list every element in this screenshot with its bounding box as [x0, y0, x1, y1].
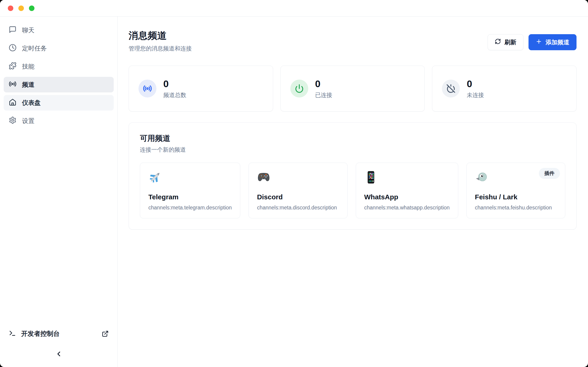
sidebar-item-settings[interactable]: 设置: [4, 113, 114, 129]
stats-row: 0 频道总数 0 已连接: [129, 66, 577, 111]
refresh-icon: [495, 38, 501, 46]
terminal-icon: [9, 330, 16, 338]
page-subtitle: 管理您的消息频道和连接: [129, 45, 192, 52]
available-channels-panel: 可用频道 连接一个新的频道: [129, 123, 577, 230]
channel-description: channels:meta.whatsapp.description: [364, 205, 450, 211]
channel-card-discord[interactable]: Discord channels:meta.discord.descriptio…: [249, 163, 347, 218]
power-icon: [290, 80, 308, 98]
collapse-sidebar-button[interactable]: [55, 350, 63, 359]
channel-description: channels:meta.telegram.description: [148, 205, 232, 211]
sidebar-item-label: 定时任务: [22, 44, 47, 52]
home-icon: [9, 98, 17, 108]
app-window: 聊天 定时任务 技能 频道: [0, 0, 588, 367]
add-channel-button-label: 添加频道: [545, 38, 569, 46]
channel-card-whatsapp[interactable]: WhatsApp channels:meta.whatsapp.descript…: [356, 163, 458, 218]
radio-icon: [9, 80, 17, 90]
sidebar-item-dashboard[interactable]: 仪表盘: [4, 95, 114, 110]
developer-console-label: 开发者控制台: [21, 329, 60, 338]
stat-card-disconnected: 0 未连接: [432, 66, 577, 111]
add-channel-button[interactable]: 添加频道: [528, 34, 577, 50]
external-link-icon[interactable]: [102, 330, 109, 337]
stat-label: 未连接: [467, 91, 484, 99]
channel-name: Discord: [257, 193, 339, 201]
channel-name: Feishu / Lark: [475, 193, 557, 201]
page-title: 消息频道: [129, 29, 192, 42]
clock-icon: [9, 44, 17, 53]
sidebar-item-label: 技能: [22, 62, 35, 71]
sidebar-item-label: 聊天: [22, 26, 35, 34]
channel-name: Telegram: [148, 193, 232, 201]
minimize-window-button[interactable]: [18, 6, 24, 11]
close-window-button[interactable]: [8, 6, 13, 11]
titlebar: [0, 0, 588, 17]
channel-card-telegram[interactable]: Telegram channels:meta.telegram.descript…: [140, 163, 240, 218]
zoom-window-button[interactable]: [29, 6, 35, 11]
refresh-button-label: 刷新: [504, 38, 516, 46]
sidebar-item-label: 频道: [22, 81, 35, 89]
developer-console-row[interactable]: 开发者控制台: [4, 329, 114, 338]
airplane-emoji: [148, 171, 162, 184]
channel-card-feishu[interactable]: 插件 Feishu / Lark channels:meta.feishu.de…: [467, 163, 565, 218]
page-header: 消息频道 管理您的消息频道和连接 刷新 添加频道: [129, 29, 577, 52]
gamepad-emoji: [257, 171, 270, 184]
stat-label: 频道总数: [163, 91, 186, 99]
stat-card-connected: 0 已连接: [280, 66, 425, 111]
stat-value: 0: [163, 78, 186, 90]
gear-icon: [9, 116, 17, 126]
sidebar-item-scheduled-tasks[interactable]: 定时任务: [4, 41, 114, 56]
channels-grid: Telegram channels:meta.telegram.descript…: [140, 163, 565, 218]
available-channels-subtitle: 连接一个新的频道: [140, 146, 565, 153]
stat-value: 0: [467, 78, 484, 90]
sidebar-item-chat[interactable]: 聊天: [4, 23, 114, 38]
stat-value: 0: [315, 78, 332, 90]
bird-emoji: [475, 171, 488, 184]
sidebar-item-label: 设置: [22, 117, 35, 125]
chevron-left-icon: [55, 350, 63, 359]
refresh-button[interactable]: 刷新: [488, 34, 523, 50]
stat-label: 已连接: [315, 91, 332, 99]
plus-icon: [536, 38, 542, 46]
sidebar-item-channels[interactable]: 频道: [4, 77, 114, 92]
main-content: 消息频道 管理您的消息频道和连接 刷新 添加频道: [118, 17, 588, 367]
chat-bubble-icon: [9, 26, 17, 35]
radio-icon: [138, 80, 156, 98]
mobile-phone-emoji: [364, 171, 378, 184]
sidebar-item-skills[interactable]: 技能: [4, 59, 114, 74]
channel-description: channels:meta.feishu.description: [475, 205, 557, 211]
stat-card-total-channels: 0 频道总数: [129, 66, 273, 111]
channel-name: WhatsApp: [364, 193, 450, 201]
sidebar: 聊天 定时任务 技能 频道: [0, 17, 118, 367]
channel-description: channels:meta.discord.description: [257, 205, 339, 211]
power-off-icon: [442, 80, 460, 98]
puzzle-icon: [9, 62, 17, 71]
available-channels-title: 可用频道: [140, 133, 565, 144]
sidebar-item-label: 仪表盘: [22, 99, 41, 107]
plugin-badge: 插件: [539, 168, 560, 179]
